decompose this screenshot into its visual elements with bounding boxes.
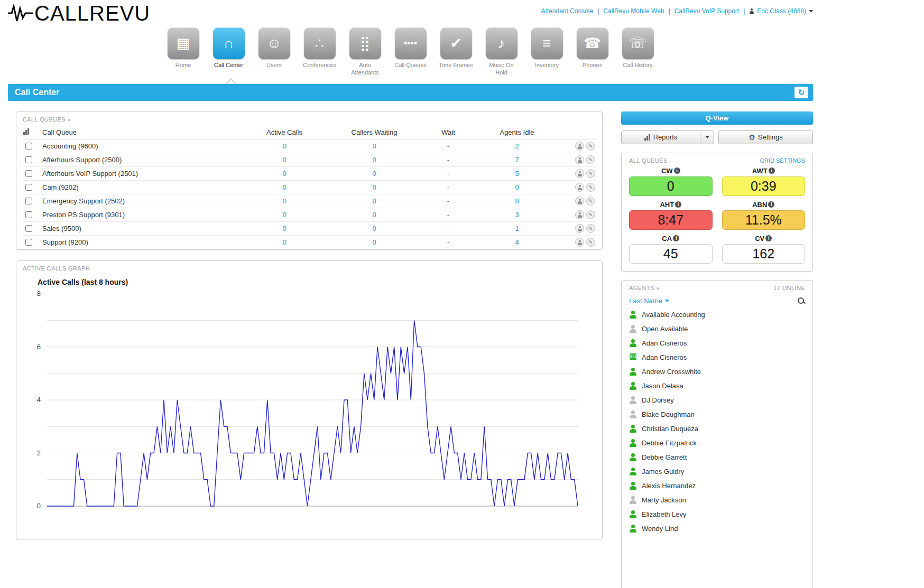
- nav-item-call-history[interactable]: ☏ Call History: [620, 27, 657, 77]
- agents-title[interactable]: AGENTS »: [629, 285, 660, 291]
- callers-waiting-value[interactable]: 0: [324, 194, 424, 208]
- user-name: Eric Glass (4888): [757, 7, 806, 15]
- sort-by-last-name[interactable]: Last Name: [629, 297, 669, 305]
- call-queues-panel-title[interactable]: CALL QUEUES »: [23, 116, 596, 123]
- settings-button[interactable]: ⚙ Settings: [718, 130, 813, 144]
- active-calls-value[interactable]: 0: [245, 181, 324, 194]
- callers-waiting-value[interactable]: 0: [324, 181, 424, 194]
- agents-idle-value[interactable]: 0: [472, 181, 562, 194]
- reports-dropdown[interactable]: [700, 131, 714, 144]
- active-calls-value[interactable]: 0: [245, 167, 324, 181]
- active-calls-value[interactable]: 0: [245, 194, 324, 208]
- edit-icon[interactable]: ✎: [586, 238, 595, 247]
- list-item[interactable]: James Guidry: [629, 464, 805, 479]
- nav-item-music-on-hold[interactable]: ♪ Music On Hold: [483, 27, 520, 77]
- checkbox-cell: [23, 167, 42, 181]
- edit-icon[interactable]: ✎: [586, 210, 595, 219]
- list-item[interactable]: Marty Jackson: [629, 493, 805, 507]
- agents-icon[interactable]: [575, 197, 584, 206]
- nav-item-call-queues[interactable]: •••• Call Queues: [392, 27, 429, 77]
- link-voip-support[interactable]: CallRevu VoIP Support: [674, 7, 740, 15]
- edit-icon[interactable]: ✎: [586, 142, 595, 151]
- agents-icon[interactable]: [575, 142, 584, 151]
- queue-checkbox[interactable]: [25, 184, 32, 191]
- nav-item-users[interactable]: ☺ Users: [256, 27, 293, 77]
- agents-icon[interactable]: [575, 183, 584, 192]
- list-item[interactable]: DJ Dorsey: [629, 393, 805, 407]
- info-icon[interactable]: [765, 235, 772, 241]
- list-item[interactable]: Open Available: [629, 322, 805, 336]
- edit-icon[interactable]: ✎: [586, 155, 595, 164]
- grid-settings-link[interactable]: GRID SETTINGS: [760, 157, 805, 164]
- list-item[interactable]: Adan Cisneros: [629, 336, 805, 350]
- active-calls-value[interactable]: 0: [245, 139, 324, 153]
- info-icon[interactable]: [768, 201, 774, 208]
- queue-checkbox[interactable]: [25, 198, 32, 204]
- agents-icon[interactable]: [575, 238, 584, 247]
- edit-icon[interactable]: ✎: [586, 224, 595, 233]
- active-calls-value[interactable]: 0: [245, 208, 324, 222]
- callers-waiting-value[interactable]: 0: [324, 236, 424, 249]
- agents-icon[interactable]: [575, 210, 584, 219]
- agents-idle-value[interactable]: 5: [472, 167, 562, 181]
- agents-icon[interactable]: [575, 169, 584, 178]
- list-item[interactable]: Christian Duqueza: [629, 422, 805, 436]
- reports-button[interactable]: Reports: [621, 130, 714, 144]
- agents-idle-value[interactable]: 2: [472, 139, 562, 153]
- active-calls-value[interactable]: 0: [245, 222, 324, 236]
- active-calls-value[interactable]: 0: [245, 153, 324, 167]
- edit-icon[interactable]: ✎: [586, 197, 595, 206]
- link-mobile-web[interactable]: CallRevu Mobile Web: [603, 7, 664, 15]
- callers-waiting-value[interactable]: 0: [324, 208, 424, 222]
- agents-icon[interactable]: [575, 224, 584, 233]
- nav-label: Phones: [583, 62, 602, 69]
- agents-idle-value[interactable]: 3: [472, 208, 562, 222]
- callers-waiting-value[interactable]: 0: [324, 222, 424, 236]
- info-icon[interactable]: [674, 167, 680, 174]
- list-item[interactable]: Wendy Lind: [629, 521, 805, 536]
- info-icon[interactable]: [675, 201, 681, 208]
- list-item[interactable]: Jason Delasa: [629, 379, 805, 393]
- list-item[interactable]: Andrew Crosswhite: [629, 365, 805, 379]
- list-item[interactable]: Blake Doughman: [629, 407, 805, 422]
- queue-checkbox[interactable]: [25, 225, 32, 232]
- list-item[interactable]: Debbie Fitzpatrick: [629, 436, 805, 450]
- list-item[interactable]: Alexis Hernandez: [629, 479, 805, 493]
- queue-checkbox[interactable]: [25, 170, 32, 177]
- agents-idle-value[interactable]: 8: [472, 194, 562, 208]
- queue-checkbox[interactable]: [25, 143, 32, 150]
- agents-idle-value[interactable]: 7: [472, 153, 562, 167]
- nav-item-auto-attendants[interactable]: ⣿ Auto Attendants: [347, 27, 384, 77]
- agents-idle-value[interactable]: 1: [472, 222, 562, 236]
- nav-item-phones[interactable]: ☎ Phones: [574, 27, 611, 77]
- user-menu[interactable]: Eric Glass (4888): [749, 7, 813, 15]
- list-item[interactable]: Debbie Garrett: [629, 450, 805, 464]
- list-item[interactable]: Adan Cisneros: [629, 350, 805, 365]
- edit-icon[interactable]: ✎: [586, 169, 595, 178]
- nav-item-home[interactable]: ▦ Home: [165, 27, 202, 77]
- info-icon[interactable]: [673, 235, 679, 241]
- stat-value: 0:39: [722, 176, 806, 196]
- queue-checkbox[interactable]: [25, 156, 32, 163]
- link-attendant-console[interactable]: Attendant Console: [541, 7, 593, 15]
- list-item[interactable]: Elizabeth Levy: [629, 507, 805, 521]
- agents-icon[interactable]: [575, 155, 584, 164]
- active-calls-value[interactable]: 0: [245, 236, 324, 249]
- queue-checkbox[interactable]: [25, 239, 32, 246]
- checkbox-cell: [23, 139, 42, 153]
- callers-waiting-value[interactable]: 0: [324, 139, 424, 153]
- edit-icon[interactable]: ✎: [586, 183, 595, 192]
- nav-item-time-frames[interactable]: ✔ Time Frames: [438, 27, 475, 77]
- agents-idle-value[interactable]: 4: [472, 236, 562, 249]
- nav-item-call-center[interactable]: ∩ Call Center: [210, 27, 247, 77]
- callers-waiting-value[interactable]: 0: [324, 153, 424, 167]
- nav-item-inventory[interactable]: ≡ Inventory: [529, 27, 566, 77]
- list-item[interactable]: Available Accounting: [629, 307, 805, 322]
- refresh-button[interactable]: ↻: [794, 87, 808, 98]
- callers-waiting-value[interactable]: 0: [324, 167, 424, 181]
- search-icon[interactable]: [797, 297, 805, 305]
- nav-item-conferences[interactable]: ∴ Conferences: [301, 27, 338, 77]
- qview-button[interactable]: Q-View: [621, 111, 813, 125]
- info-icon[interactable]: [769, 167, 775, 174]
- queue-checkbox[interactable]: [25, 211, 32, 218]
